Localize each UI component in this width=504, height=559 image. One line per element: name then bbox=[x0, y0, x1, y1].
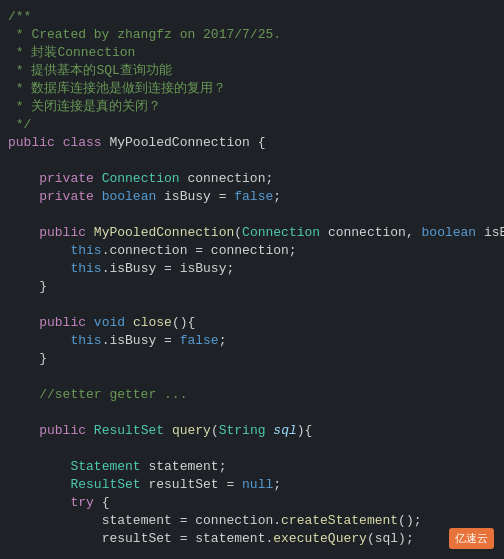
code-token: statement; bbox=[141, 458, 227, 476]
code-line: public MyPooledConnection(Connection con… bbox=[8, 224, 504, 242]
code-token bbox=[8, 314, 39, 332]
code-token bbox=[8, 476, 70, 494]
code-token: (); bbox=[398, 512, 421, 530]
code-token: false bbox=[180, 332, 219, 350]
code-line: * 封装Connection bbox=[8, 44, 504, 62]
code-token: MyPooledConnection bbox=[94, 224, 234, 242]
code-token: ; bbox=[273, 476, 281, 494]
code-token: ( bbox=[211, 422, 219, 440]
code-token: try bbox=[70, 494, 93, 512]
code-token: MyPooledConnection { bbox=[102, 134, 266, 152]
code-token bbox=[266, 422, 274, 440]
code-token: statement = connection. bbox=[102, 512, 281, 530]
code-token bbox=[8, 530, 102, 548]
code-token bbox=[8, 260, 70, 278]
code-token bbox=[94, 170, 102, 188]
code-line: public class MyPooledConnection { bbox=[8, 134, 504, 152]
code-token: * Created by zhangfz on 2017/7/25. bbox=[8, 26, 281, 44]
code-line: public void close(){ bbox=[8, 314, 504, 332]
code-token: Statement bbox=[70, 458, 140, 476]
code-token: connection; bbox=[180, 170, 274, 188]
code-line: } bbox=[8, 350, 504, 368]
code-token: * 封装Connection bbox=[8, 44, 135, 62]
code-token: resultSet = statement. bbox=[102, 530, 274, 548]
code-token: .isBusy = isBusy; bbox=[102, 260, 235, 278]
code-line: * 提供基本的SQL查询功能 bbox=[8, 62, 504, 80]
code-line bbox=[8, 152, 504, 170]
code-line: * Created by zhangfz on 2017/7/25. bbox=[8, 26, 504, 44]
code-token bbox=[8, 332, 70, 350]
code-line bbox=[8, 404, 504, 422]
code-token: executeQuery bbox=[273, 530, 367, 548]
code-token: { bbox=[94, 494, 110, 512]
code-line bbox=[8, 206, 504, 224]
code-line: * 关闭连接是真的关闭？ bbox=[8, 98, 504, 116]
code-line: public ResultSet query(String sql){ bbox=[8, 422, 504, 440]
code-token: isBusy) { bbox=[476, 224, 504, 242]
code-token bbox=[8, 170, 39, 188]
code-token: * 关闭连接是真的关闭？ bbox=[8, 98, 161, 116]
code-token: ResultSet bbox=[94, 422, 164, 440]
code-token: this bbox=[70, 332, 101, 350]
code-token: close bbox=[133, 314, 172, 332]
code-token: isBusy = bbox=[156, 188, 234, 206]
code-token: /** bbox=[8, 8, 31, 26]
code-token: boolean bbox=[102, 188, 157, 206]
code-token: * 提供基本的SQL查询功能 bbox=[8, 62, 172, 80]
code-token: String bbox=[219, 422, 266, 440]
code-token bbox=[86, 224, 94, 242]
code-token: this bbox=[70, 260, 101, 278]
code-token: } bbox=[8, 350, 47, 368]
watermark: 亿速云 bbox=[449, 528, 494, 549]
code-token bbox=[8, 422, 39, 440]
code-line: Statement statement; bbox=[8, 458, 504, 476]
code-token: public bbox=[39, 314, 86, 332]
code-line: * 数据库连接池是做到连接的复用？ bbox=[8, 80, 504, 98]
code-token bbox=[8, 188, 39, 206]
code-token: private bbox=[39, 188, 94, 206]
code-token bbox=[164, 422, 172, 440]
code-line bbox=[8, 296, 504, 314]
code-token: .connection = connection; bbox=[102, 242, 297, 260]
code-token bbox=[8, 494, 70, 512]
code-line: private Connection connection; bbox=[8, 170, 504, 188]
code-line: /** bbox=[8, 8, 504, 26]
code-token: null bbox=[242, 476, 273, 494]
code-token: (sql); bbox=[367, 530, 414, 548]
code-token bbox=[86, 314, 94, 332]
code-token: .isBusy = bbox=[102, 332, 180, 350]
code-token: sql bbox=[273, 422, 296, 440]
code-token bbox=[8, 512, 102, 530]
code-token: (){ bbox=[172, 314, 195, 332]
code-token: public bbox=[39, 422, 86, 440]
code-token: class bbox=[63, 134, 102, 152]
code-token: Connection bbox=[102, 170, 180, 188]
code-line: //setter getter ... bbox=[8, 386, 504, 404]
code-line: } bbox=[8, 278, 504, 296]
code-token: * 数据库连接池是做到连接的复用？ bbox=[8, 80, 226, 98]
code-line: this.isBusy = isBusy; bbox=[8, 260, 504, 278]
code-token bbox=[55, 134, 63, 152]
code-token: createStatement bbox=[281, 512, 398, 530]
code-line: this.connection = connection; bbox=[8, 242, 504, 260]
code-token: ; bbox=[273, 188, 281, 206]
code-token: false bbox=[234, 188, 273, 206]
code-line: try { bbox=[8, 494, 504, 512]
code-token bbox=[94, 188, 102, 206]
code-token bbox=[86, 422, 94, 440]
code-token: //setter getter ... bbox=[8, 386, 187, 404]
code-token: private bbox=[39, 170, 94, 188]
code-line bbox=[8, 440, 504, 458]
code-token: resultSet = bbox=[141, 476, 242, 494]
code-token: */ bbox=[8, 116, 31, 134]
code-editor: /** * Created by zhangfz on 2017/7/25. *… bbox=[0, 0, 504, 559]
code-token: ){ bbox=[297, 422, 313, 440]
code-token: public bbox=[8, 134, 55, 152]
code-token: Connection bbox=[242, 224, 320, 242]
code-line bbox=[8, 368, 504, 386]
code-token bbox=[125, 314, 133, 332]
code-line: statement = connection.createStatement()… bbox=[8, 512, 504, 530]
code-token: this bbox=[70, 242, 101, 260]
code-line: ResultSet resultSet = null; bbox=[8, 476, 504, 494]
code-token bbox=[8, 224, 39, 242]
